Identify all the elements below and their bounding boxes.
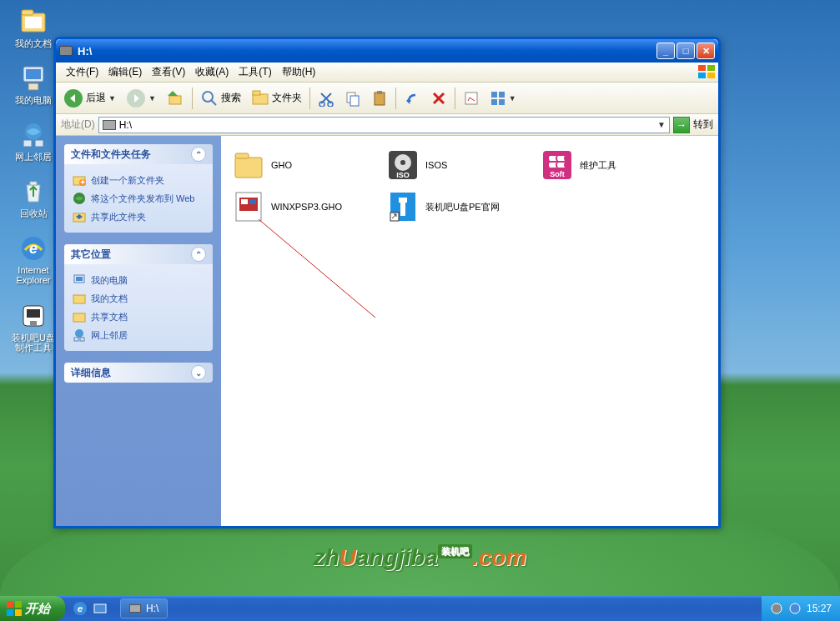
delete-button[interactable] (426, 88, 451, 109)
address-value: H:\ (119, 119, 132, 131)
file-soft[interactable]: Soft 维护工具 (538, 144, 692, 186)
place-mycomputer[interactable]: 我的电脑 (73, 271, 204, 289)
menu-edit[interactable]: 编辑(E) (103, 63, 147, 81)
svg-rect-13 (698, 65, 706, 71)
svg-rect-33 (491, 99, 497, 105)
menu-view[interactable]: 查看(V) (147, 63, 190, 81)
addressbar: 地址(D) H:\ ▼ → 转到 (56, 114, 718, 136)
undo-button[interactable] (400, 88, 425, 109)
start-button[interactable]: 开始 (0, 596, 65, 621)
panel-title: 其它位置 (71, 248, 111, 262)
maximize-button[interactable]: □ (677, 43, 695, 59)
svg-rect-31 (491, 92, 497, 98)
svg-rect-42 (73, 295, 85, 303)
svg-rect-2 (25, 17, 42, 28)
menu-help[interactable]: 帮助(H) (277, 63, 321, 81)
folders-label: 文件夹 (272, 91, 302, 105)
svg-text:Soft: Soft (550, 170, 565, 178)
svg-rect-15 (698, 73, 706, 78)
place-shared[interactable]: 共享文档 (73, 308, 204, 326)
desktop-icon-label: 我的电脑 (15, 95, 52, 105)
quicklaunch-ie[interactable]: e (72, 600, 88, 617)
forward-button[interactable]: ▼ (122, 86, 160, 111)
desktop-icon-network[interactable]: 网上邻居 (8, 120, 58, 162)
sidebar: 文件和文件夹任务 ⌃ ✦创建一个新文件夹 将这个文件夹发布到 Web 共享此文件… (56, 136, 221, 526)
file-gho-folder[interactable]: GHO (229, 144, 384, 186)
panel-header-details[interactable]: 详细信息 ⌄ (64, 363, 213, 383)
file-isos[interactable]: ISO ISOS (384, 144, 538, 186)
panel-tasks: 文件和文件夹任务 ⌃ ✦创建一个新文件夹 将这个文件夹发布到 Web 共享此文件… (64, 144, 213, 233)
svg-rect-64 (7, 601, 13, 608)
place-network[interactable]: 网上邻居 (73, 326, 204, 344)
place-mydocs[interactable]: 我的文档 (73, 289, 204, 308)
svg-text:✦: ✦ (79, 178, 86, 187)
panel-places: 其它位置 ⌃ 我的电脑 我的文档 共享文档 网上邻居 (64, 244, 213, 351)
up-button[interactable] (162, 87, 189, 110)
file-winxpsp3[interactable]: WINXPSP3.GHO (229, 186, 384, 228)
properties-button[interactable] (459, 88, 484, 109)
file-name: GHO (271, 160, 292, 170)
views-button[interactable]: ▼ (485, 88, 521, 109)
desktop-icon-mydocs[interactable]: 我的文档 (8, 7, 58, 48)
titlebar[interactable]: H:\ _ □ ✕ (56, 39, 718, 63)
svg-point-44 (75, 329, 83, 338)
svg-rect-28 (375, 93, 385, 105)
desktop-icon-tool[interactable]: 装机吧U盘 制作工具 (8, 301, 58, 353)
panel-header-tasks[interactable]: 文件和文件夹任务 ⌃ (64, 144, 213, 164)
svg-rect-47 (235, 158, 262, 178)
svg-line-63 (259, 219, 375, 318)
svg-rect-8 (35, 140, 43, 147)
cut-button[interactable] (314, 88, 339, 109)
minimize-button[interactable]: _ (656, 43, 675, 59)
systray[interactable]: 15:27 (762, 596, 840, 621)
close-button[interactable]: ✕ (697, 43, 715, 59)
menubar: 文件(F) 编辑(E) 查看(V) 收藏(A) 工具(T) 帮助(H) (56, 63, 718, 83)
svg-text:e: e (29, 240, 38, 257)
clock[interactable]: 15:27 (807, 603, 832, 614)
svg-rect-16 (707, 73, 715, 78)
back-button[interactable]: 后退 ▼ (59, 86, 120, 111)
go-button[interactable]: → (673, 117, 690, 133)
desktop-icon-ie[interactable]: e Internet Explorer (8, 233, 58, 285)
tray-icon[interactable] (788, 602, 802, 615)
explorer-window: H:\ _ □ ✕ 文件(F) 编辑(E) 查看(V) 收藏(A) 工具(T) … (53, 37, 721, 528)
menu-tools[interactable]: 工具(T) (234, 63, 276, 81)
windows-flag-icon (698, 65, 715, 78)
window-title: H:\ (78, 45, 656, 58)
task-newfolder[interactable]: ✦创建一个新文件夹 (73, 171, 204, 189)
svg-rect-34 (499, 99, 505, 105)
search-button[interactable]: 搜索 (196, 87, 245, 110)
svg-rect-4 (26, 69, 41, 79)
svg-rect-46 (80, 338, 84, 341)
task-publish[interactable]: 将这个文件夹发布到 Web (73, 189, 204, 208)
desktop-icon-mycomputer[interactable]: 我的电脑 (8, 63, 58, 105)
tray-icon[interactable] (770, 602, 783, 615)
taskbar-task[interactable]: H:\ (120, 598, 168, 618)
desktop-icon-recycle[interactable]: 回收站 (8, 177, 58, 218)
desktop-icons-area: 我的文档 我的电脑 网上邻居 回收站 e Internet Explorer 装… (8, 7, 58, 368)
task-share[interactable]: 共享此文件夹 (73, 208, 204, 226)
menu-file[interactable]: 文件(F) (61, 63, 103, 81)
file-pane[interactable]: GHO ISO ISOS Soft 维护工具 WINXPSP3.GHO 装机吧U… (221, 136, 718, 526)
chevron-up-icon: ⌃ (191, 247, 206, 262)
menu-favorites[interactable]: 收藏(A) (190, 63, 234, 81)
svg-rect-5 (28, 83, 38, 90)
svg-rect-70 (94, 604, 106, 613)
windows-flag-icon (7, 601, 22, 616)
panel-header-places[interactable]: 其它位置 ⌃ (64, 244, 213, 264)
file-name: WINXPSP3.GHO (271, 202, 342, 212)
drive-icon (103, 120, 116, 130)
svg-text:ISO: ISO (396, 171, 410, 179)
file-shortcut[interactable]: 装机吧U盘PE官网 (384, 186, 538, 228)
paste-button[interactable] (367, 88, 392, 109)
folders-button[interactable]: 文件夹 (247, 87, 306, 110)
chevron-up-icon: ⌃ (191, 147, 206, 162)
svg-rect-66 (7, 609, 13, 616)
svg-text:e: e (78, 603, 83, 613)
go-label[interactable]: 转到 (693, 118, 713, 132)
quicklaunch-desktop[interactable] (92, 600, 108, 617)
copy-button[interactable] (340, 88, 365, 109)
address-field[interactable]: H:\ ▼ (98, 117, 670, 133)
back-label: 后退 (86, 91, 106, 105)
panel-details: 详细信息 ⌄ (64, 363, 213, 383)
